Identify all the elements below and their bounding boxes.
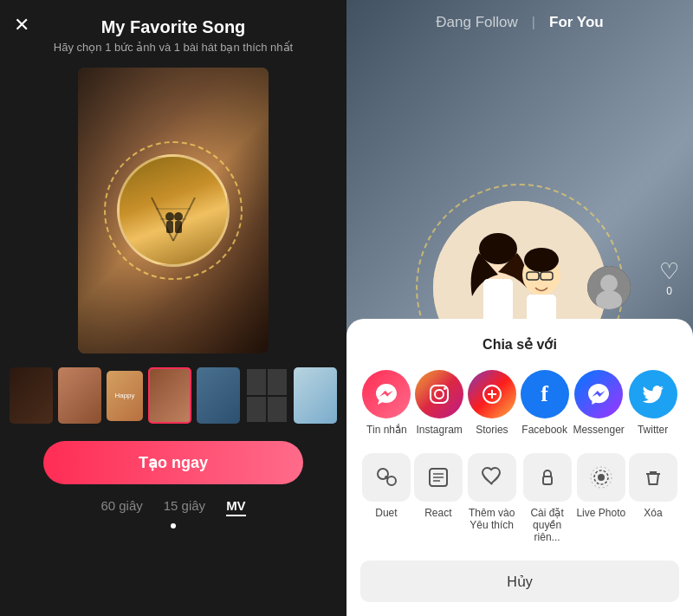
twitter-label: Twitter (638, 424, 668, 436)
action-them-yeu-thich[interactable]: Thêm vào Yêu thích (466, 453, 518, 543)
thumb-3[interactable]: Happy (107, 371, 143, 421)
duet-label: Duet (375, 507, 397, 519)
like-button[interactable]: ♡ 0 (659, 257, 679, 296)
svg-point-35 (598, 474, 605, 481)
cai-dat-label: Cài đặt quyền riên... (521, 507, 573, 543)
thumb-7[interactable] (294, 367, 337, 424)
thumbnail-strip: Happy (0, 367, 346, 424)
react-label: React (424, 507, 451, 519)
left-subtitle: Hãy chọn 1 bức ảnh và 1 bài hát bạn thíc… (54, 41, 293, 54)
circle-frame (117, 154, 230, 267)
action-cai-dat[interactable]: Cài đặt quyền riên... (521, 453, 573, 543)
close-button[interactable]: ✕ (14, 14, 29, 36)
tab-mv[interactable]: MV (226, 498, 246, 516)
svg-point-19 (600, 275, 618, 292)
facebook-label: Facebook (521, 424, 567, 436)
svg-rect-5 (166, 221, 173, 233)
create-button[interactable]: Tạo ngay (43, 441, 303, 484)
nav-following[interactable]: Đang Follow (436, 14, 518, 31)
main-preview (78, 68, 269, 353)
svg-point-22 (435, 390, 444, 399)
xoa-icon (629, 453, 677, 502)
instagram-icon (415, 370, 463, 418)
thumb-5[interactable] (197, 367, 240, 424)
action-row: Duet React Thêm vào Yêu thích Cài đặt qu… (360, 453, 679, 543)
left-panel: ✕ My Favorite Song Hãy chọn 1 bức ảnh và… (0, 0, 346, 616)
live-photo-label: Live Photo (576, 507, 625, 519)
svg-point-13 (524, 248, 559, 272)
thumb-2[interactable] (58, 367, 101, 424)
svg-point-23 (444, 387, 446, 390)
svg-rect-7 (175, 221, 182, 233)
heart-icon: ♡ (659, 257, 679, 284)
them-yeu-thich-icon (468, 453, 516, 502)
svg-rect-34 (543, 477, 552, 484)
share-stories[interactable]: Stories (468, 370, 516, 436)
svg-point-4 (165, 212, 174, 221)
thumb-6[interactable] (245, 367, 288, 424)
them-yeu-thich-label: Thêm vào Yêu thích (466, 507, 518, 531)
nav-foryou[interactable]: For You (549, 14, 604, 31)
action-duet[interactable]: Duet (362, 453, 411, 543)
duet-icon (362, 453, 411, 502)
cancel-button[interactable]: Hủy (360, 561, 679, 602)
stories-label: Stories (476, 424, 508, 436)
svg-point-29 (387, 477, 396, 485)
instagram-label: Instagram (416, 424, 462, 436)
share-row: Tin nhắn Instagram Stories f Facebook (360, 370, 679, 436)
facebook-icon: f (521, 370, 569, 418)
tab-15-giay[interactable]: 15 giây (164, 498, 205, 516)
thumb-4-selected[interactable] (148, 367, 191, 424)
duration-tabs: 60 giây 15 giây MV (100, 498, 245, 516)
bottom-sheet: Chia sẻ với Tin nhắn Instagram Stories (346, 319, 693, 616)
small-avatar (587, 266, 631, 309)
messenger-label: Messenger (573, 424, 624, 436)
tinnhan-icon (362, 370, 411, 418)
action-react[interactable]: React (414, 453, 463, 543)
right-panel: Đang Follow | For You ♡ 0 (346, 0, 693, 616)
react-icon (414, 453, 463, 502)
dot-indicator (171, 523, 176, 528)
share-messenger[interactable]: Messenger (573, 370, 624, 436)
thumb-1[interactable] (10, 367, 53, 424)
nav-divider: | (532, 15, 535, 30)
cai-dat-icon (523, 453, 572, 502)
left-title: My Favorite Song (101, 17, 246, 37)
svg-rect-11 (483, 279, 513, 322)
share-instagram[interactable]: Instagram (415, 370, 463, 436)
share-twitter[interactable]: Twitter (629, 370, 677, 436)
action-xoa[interactable]: Xóa (629, 453, 677, 543)
share-facebook[interactable]: f Facebook (521, 370, 569, 436)
top-nav: Đang Follow | For You (346, 0, 693, 45)
like-count: 0 (666, 284, 672, 296)
xoa-label: Xóa (644, 507, 662, 519)
action-live-photo[interactable]: Live Photo (576, 453, 625, 543)
live-photo-icon (577, 453, 625, 502)
sheet-title: Chia sẻ với (360, 336, 679, 353)
tinnhan-label: Tin nhắn (366, 424, 407, 436)
tab-60-giay[interactable]: 60 giây (100, 498, 142, 516)
stories-icon (468, 370, 516, 418)
twitter-icon (629, 370, 677, 418)
svg-point-6 (174, 212, 183, 221)
messenger-icon (574, 370, 623, 418)
share-tinnhan[interactable]: Tin nhắn (362, 370, 411, 436)
